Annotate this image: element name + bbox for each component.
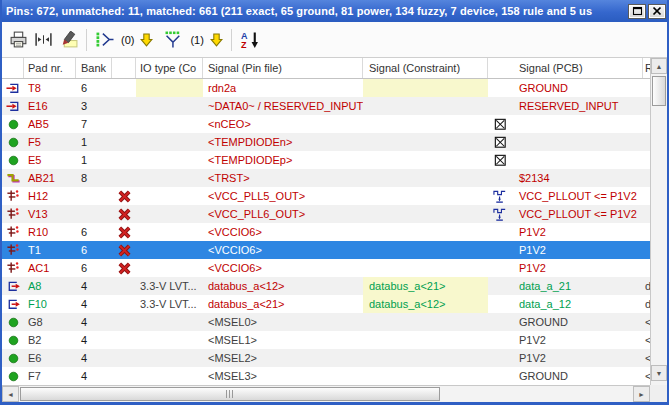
cell-signal-constraint xyxy=(363,241,488,259)
table-row[interactable]: E64<MSEL2>P1V2<M xyxy=(2,349,650,367)
horizontal-scrollbar[interactable]: ◄ ► xyxy=(2,385,650,402)
horizontal-scroll-track[interactable] xyxy=(19,386,633,402)
boxed-x-icon xyxy=(493,117,508,132)
table-row[interactable]: T16<VCCIO6>P1V2 xyxy=(2,241,650,259)
titlebar[interactable]: Pins: 672, unmatched: 11, matched: 661 (… xyxy=(0,0,669,22)
cell-pin-icon xyxy=(2,331,24,349)
table-row[interactable]: B24<MSEL1>P1V2<M xyxy=(2,331,650,349)
header-icon-col[interactable] xyxy=(2,58,24,78)
cell-signal-pin-file: <TRST> xyxy=(203,169,363,187)
sort-az-button[interactable] xyxy=(238,26,262,54)
cell-io-type xyxy=(136,367,203,385)
cell-bank: 8 xyxy=(76,169,112,187)
cell-signal-pin-file: <VCCIO6> xyxy=(203,241,363,259)
cell-pad-nr: AB21 xyxy=(24,169,76,187)
header-pcb-icon-col[interactable] xyxy=(488,58,512,78)
cell-pin-icon xyxy=(2,187,24,205)
table-row[interactable]: F51<TEMPDIODEn> xyxy=(2,133,650,151)
header-io-type[interactable]: IO type (Co xyxy=(136,58,203,78)
header-status-col[interactable] xyxy=(112,58,136,78)
sort-az-icon xyxy=(240,31,260,49)
cell-status xyxy=(112,205,136,223)
table-row[interactable]: E163~DATA0~ / RESERVED_INPUTRESERVED_INP… xyxy=(2,97,650,115)
cell-bank xyxy=(76,187,112,205)
scroll-up-button[interactable]: ▲ xyxy=(651,58,667,74)
cell-signal-constraint xyxy=(363,169,488,187)
filter-count: (1) xyxy=(190,34,203,46)
cell-pin-icon xyxy=(2,151,24,169)
cell-pcb-icon xyxy=(488,331,512,349)
cell-io-type xyxy=(136,133,203,151)
header-bank[interactable]: Bank xyxy=(76,58,112,78)
highlight-button[interactable] xyxy=(57,26,80,54)
table-row[interactable]: AC16<VCCIO6>P1V2 xyxy=(2,259,650,277)
scroll-right-button[interactable]: ► xyxy=(633,386,650,402)
cell-pcb-icon xyxy=(488,367,512,385)
table-row[interactable]: A843.3-V LVT...databus_a<12>databus_a<21… xyxy=(2,277,650,295)
scroll-down-button[interactable]: ▼ xyxy=(651,365,667,381)
fit-columns-button[interactable] xyxy=(32,26,55,54)
table-row[interactable]: R106<VCCIO6>P1V2 xyxy=(2,223,650,241)
fit-columns-icon xyxy=(34,31,53,48)
cell-status xyxy=(112,169,136,187)
merge-dropdown-button[interactable] xyxy=(138,26,155,54)
maximize-button[interactable] xyxy=(628,4,646,19)
header-signal-constraint[interactable]: Signal (Constraint) xyxy=(363,58,488,78)
filter-button[interactable] xyxy=(162,26,186,54)
yellow-down-arrow-icon xyxy=(140,33,153,47)
cell-io-type xyxy=(136,259,203,277)
cell-rest xyxy=(643,115,650,133)
close-button[interactable] xyxy=(648,4,666,19)
cell-signal-pcb: $2134 xyxy=(512,169,643,187)
table-row[interactable]: F74<MSEL3>GROUND<M xyxy=(2,367,650,385)
scroll-left-button[interactable]: ◄ xyxy=(2,386,19,402)
cell-io-type xyxy=(136,115,203,133)
cell-bank: 4 xyxy=(76,313,112,331)
table-row[interactable]: AB218<TRST>$2134 xyxy=(2,169,650,187)
vertical-scroll-track[interactable] xyxy=(651,74,667,365)
matched-dot-icon xyxy=(6,315,21,330)
table-row[interactable]: F1043.3-V LVT...databus_a<21>databus_a<1… xyxy=(2,295,650,313)
table-row[interactable]: T86rdn2aGROUND xyxy=(2,79,650,97)
close-icon xyxy=(652,6,662,16)
table-header: Pad nr. Bank IO type (Co Signal (Pin fil… xyxy=(2,58,650,79)
cell-signal-constraint: databus_a<12> xyxy=(363,295,488,313)
cell-pcb-icon xyxy=(488,151,512,169)
cell-pcb-icon xyxy=(488,205,512,223)
merge-filter-button[interactable] xyxy=(93,26,117,54)
header-pad-nr[interactable]: Pad nr. xyxy=(24,58,76,78)
cell-signal-constraint xyxy=(363,115,488,133)
input-pin-icon xyxy=(6,81,21,96)
table-row[interactable]: H12<VCC_PLL5_OUT>VCC_PLLOUT <= P1V2 xyxy=(2,187,650,205)
cell-signal-constraint xyxy=(363,79,488,97)
cell-signal-constraint xyxy=(363,97,488,115)
cell-signal-pcb: RESERVED_INPUT xyxy=(512,97,643,115)
horizontal-scroll-thumb[interactable] xyxy=(20,387,440,401)
table-row[interactable]: V13<VCC_PLL6_OUT>VCC_PLLOUT <= P1V2 xyxy=(2,205,650,223)
cell-status xyxy=(112,151,136,169)
cell-signal-pin-file: <TEMPDIODEn> xyxy=(203,133,363,151)
header-signal-pin-file[interactable]: Signal (Pin file) xyxy=(203,58,363,78)
toolbar-separator xyxy=(86,29,87,51)
cell-signal-pcb xyxy=(512,133,643,151)
table-row[interactable]: AB57<nCEO> xyxy=(2,115,650,133)
header-signal-pcb[interactable]: Signal (PCB) xyxy=(512,58,643,78)
cell-pcb-icon xyxy=(488,115,512,133)
vertical-scrollbar[interactable]: ▲ ▼ xyxy=(650,58,667,385)
cell-pad-nr: E6 xyxy=(24,349,76,367)
table-row[interactable]: E51<TEMPDIODEp> xyxy=(2,151,650,169)
cell-signal-pin-file: rdn2a xyxy=(203,79,363,97)
print-button[interactable] xyxy=(7,26,30,54)
cell-rest xyxy=(643,259,650,277)
cell-signal-pin-file: <TEMPDIODEp> xyxy=(203,151,363,169)
cell-io-type xyxy=(136,151,203,169)
filter-dropdown-button[interactable] xyxy=(208,26,225,54)
cell-signal-pcb xyxy=(512,115,643,133)
vertical-scroll-thumb[interactable] xyxy=(652,76,666,106)
table-row[interactable]: G84<MSEL0>GROUND<M xyxy=(2,313,650,331)
cell-status xyxy=(112,295,136,313)
cell-pad-nr: F10 xyxy=(24,295,76,313)
cell-signal-pcb: P1V2 xyxy=(512,223,643,241)
cell-pin-icon xyxy=(2,205,24,223)
cell-io-type xyxy=(136,205,203,223)
